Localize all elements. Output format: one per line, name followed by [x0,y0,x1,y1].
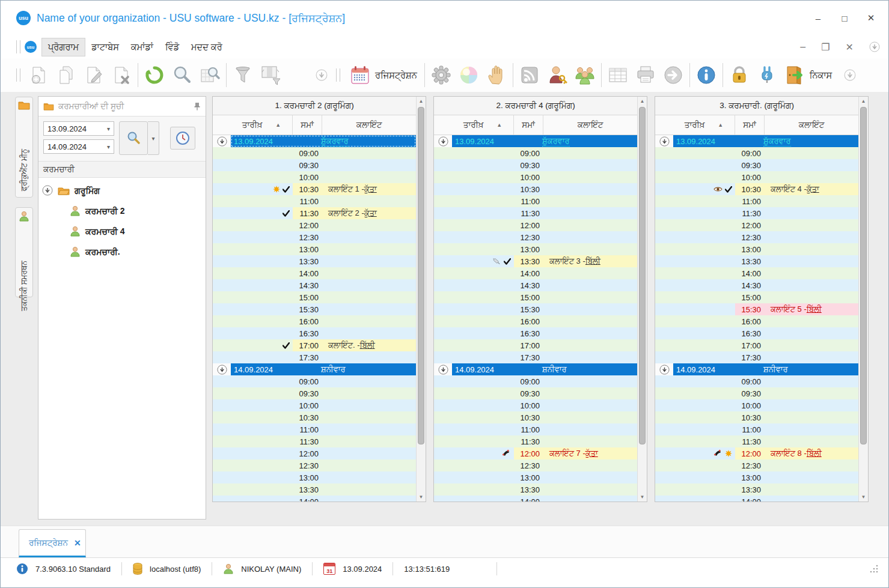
column-header-date[interactable]: ਤਾਰੀਖ਼▲ [655,115,735,135]
copy-record-button[interactable] [52,61,80,89]
time-slot-row[interactable]: 16:00 [213,315,416,327]
time-slot-row[interactable]: 11:00 [655,195,858,207]
collapse-circle-icon[interactable] [438,136,448,147]
print-button[interactable] [632,61,659,89]
time-slot-row[interactable]: 17:00 [655,339,858,351]
appointment-row[interactable]: 10:30ਕਲਾਇੰਟ 1 - ਕੁੱਤਾ [213,183,416,195]
time-slot-row[interactable]: 16:30 [213,327,416,339]
time-slot-row[interactable]: 15:00 [213,291,416,303]
collapse-circle-icon[interactable] [659,365,670,375]
pet-type-link[interactable]: ਬਿੱਲੀ [585,256,600,266]
collapse-circle-icon[interactable] [217,136,227,147]
column-header-client[interactable]: ਕਲਾਇੰਟ [543,115,637,135]
registration-view-button[interactable] [346,61,374,89]
tab-registration[interactable]: ਰਜਿਸਟ੍ਰੇਸ਼ਨ ✕ [19,529,86,557]
time-slot-row[interactable]: 10:00 [434,171,637,183]
date-group-row[interactable]: 14.09.2024ਸ਼ਨੀਵਾਰ [213,363,416,375]
time-slot-row[interactable]: 13:00 [213,471,416,483]
time-slot-row[interactable]: 10:00 [434,399,637,411]
date-group-row[interactable]: 13.09.2024ਸ਼ੁੱਕਰਵਾਰ [655,135,858,147]
mdi-restore-button[interactable]: ❐ [821,41,829,53]
mdi-close-button[interactable]: ✕ [846,41,854,53]
resize-grip[interactable] [869,564,879,574]
time-slot-row[interactable]: 12:30 [213,459,416,471]
side-tab-frequent-menu[interactable]: ਫ੍ਰੀਕੁਐਂਟ ਮੀਨੂ [15,97,33,198]
time-slot-row[interactable]: 12:00 [655,219,858,231]
time-slot-row[interactable]: 14:00 [434,496,637,502]
hand-stop-button[interactable] [483,61,510,89]
pet-type-link[interactable]: ਬਿੱਲੀ [807,449,822,458]
exit-button[interactable] [781,61,808,89]
user-access-button[interactable] [543,61,571,89]
color-theme-button[interactable] [455,61,483,89]
time-slot-row[interactable]: 14:30 [213,279,416,291]
user-groups-button[interactable] [571,61,599,89]
collapse-circle-icon[interactable] [217,365,227,375]
time-slot-row[interactable]: 12:00 [213,219,416,231]
time-slot-row[interactable]: 17:30 [213,351,416,363]
time-button[interactable] [170,127,195,150]
time-slot-row[interactable]: 15:30 [434,303,637,315]
time-slot-row[interactable]: 11:30 [655,435,858,447]
time-slot-row[interactable]: 13:00 [655,471,858,483]
vertical-scrollbar[interactable]: ▲▼ [416,97,426,502]
maximize-button[interactable]: □ [836,11,854,25]
appointment-row[interactable]: 13:30ਕਲਾਇੰਟ 3 - ਬਿੱਲੀ [434,255,637,267]
filter-button[interactable] [229,61,257,89]
time-slot-row[interactable]: 16:30 [655,327,858,339]
lock-button[interactable] [726,61,753,89]
appointment-row[interactable]: 12:00ਕਲਾਇੰਟ 7 - ਕੁੱਤਾ [434,447,637,459]
time-slot-row[interactable]: 11:00 [434,423,637,435]
time-slot-row[interactable]: 14:00 [213,496,416,502]
close-button[interactable]: ✕ [862,11,880,25]
time-slot-row[interactable]: 10:30 [434,183,637,195]
go-button[interactable] [659,61,687,89]
chevron-down-circle-icon[interactable] [316,69,328,81]
pin-icon[interactable] [194,102,201,111]
filter-columns-button[interactable] [257,61,284,89]
time-slot-row[interactable]: 17:00 [434,339,637,351]
time-slot-row[interactable]: 11:30 [434,207,637,219]
time-slot-row[interactable]: 10:00 [655,399,858,411]
time-slot-row[interactable]: 11:00 [434,195,637,207]
time-slot-row[interactable]: 12:30 [655,231,858,243]
tree-column-header[interactable]: ਕਰਮਚਾਰੀ [38,162,206,178]
time-slot-row[interactable]: 17:30 [434,351,637,363]
appointment-row[interactable]: 11:30ਕਲਾਇੰਟ 2 - ਕੁੱਤਾ [213,207,416,219]
time-slot-row[interactable]: 10:00 [213,399,416,411]
appointment-row[interactable]: 15:30ਕਲਾਇੰਟ 5 - ਬਿੱਲੀ [655,303,858,315]
time-slot-row[interactable]: 13:30 [213,483,416,496]
time-slot-row[interactable]: 09:30 [213,159,416,171]
minimize-button[interactable]: – [809,11,827,25]
time-slot-row[interactable]: 13:00 [655,243,858,255]
time-slot-row[interactable]: 09:30 [434,159,637,171]
time-slot-row[interactable]: 14:30 [434,279,637,291]
time-slot-row[interactable]: 09:00 [655,147,858,159]
time-slot-row[interactable]: 13:30 [655,483,858,496]
edit-record-button[interactable] [80,61,108,89]
table-view-button[interactable] [604,61,632,89]
time-slot-row[interactable]: 15:30 [213,303,416,315]
column-header-client[interactable]: ਕਲਾਇੰਟ [765,115,858,135]
time-slot-row[interactable]: 15:00 [655,291,858,303]
advanced-search-button[interactable] [196,61,224,89]
column-header-date[interactable]: ਤਾਰੀਖ਼▲ [213,115,293,135]
time-slot-row[interactable]: 12:30 [434,231,637,243]
time-slot-row[interactable]: 13:30 [655,255,858,267]
time-slot-row[interactable]: 16:30 [434,327,637,339]
mdi-minimize-button[interactable]: – [800,41,805,52]
appointment-row[interactable]: 12:00ਕਲਾਇੰਟ 8 - ਬਿੱਲੀ [655,447,858,459]
time-slot-row[interactable]: 14:00 [655,496,858,502]
tree-item-employee-dot[interactable]: ਕਰਮਚਾਰੀ. [70,246,202,257]
menu-window[interactable]: ਵਿੰਡੋ [159,38,185,56]
time-slot-row[interactable]: 10:30 [655,411,858,423]
column-header-time[interactable]: ਸਮਾਂ [735,115,765,135]
time-slot-row[interactable]: 09:00 [213,147,416,159]
menu-program[interactable]: ਪ੍ਰੋਗਰਾਮ [41,38,85,56]
time-slot-row[interactable]: 12:30 [213,231,416,243]
time-slot-row[interactable]: 14:00 [655,267,858,279]
time-slot-row[interactable]: 10:00 [213,171,416,183]
time-slot-row[interactable]: 09:30 [434,387,637,399]
vertical-scrollbar[interactable]: ▲▼ [858,97,868,502]
search-employees-button[interactable] [119,121,148,155]
